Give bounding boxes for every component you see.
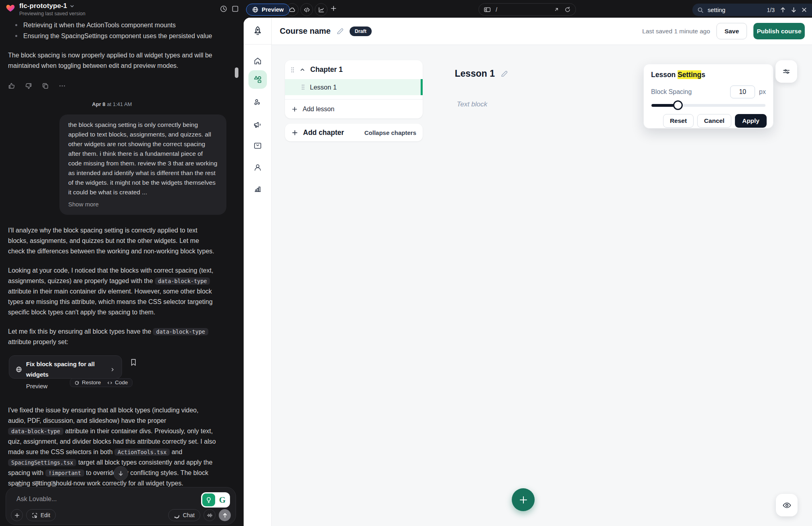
- drag-handle-icon[interactable]: [301, 84, 305, 90]
- settings-toggle-button[interactable]: [775, 60, 797, 83]
- chat-scrollbar-thumb[interactable]: [235, 67, 238, 78]
- version-card[interactable]: Fix block spacing for all widgets Previe…: [9, 355, 122, 379]
- bullet-item: Ensuring the SpacingSettings component u…: [8, 31, 216, 41]
- voice-input-button[interactable]: [204, 509, 216, 521]
- cloud-button[interactable]: [286, 3, 299, 16]
- scroll-to-bottom-button[interactable]: [114, 466, 128, 481]
- refresh-icon[interactable]: [564, 6, 571, 13]
- attach-button[interactable]: [11, 509, 23, 521]
- close-find-icon[interactable]: [801, 7, 807, 13]
- assistant-paragraph-fixed: I've fixed the issue by ensuring that al…: [8, 405, 216, 489]
- save-button[interactable]: Save: [716, 23, 747, 39]
- sidebar-item-announcements[interactable]: [248, 115, 267, 134]
- chat-bubble-icon: [174, 512, 180, 518]
- plus-icon: [330, 5, 337, 12]
- history-button[interactable]: [220, 5, 228, 13]
- add-lesson-button[interactable]: Add lesson: [285, 99, 423, 118]
- project-info[interactable]: flc-prototype-1 Previewing last saved ve…: [6, 2, 85, 16]
- search-input[interactable]: setting: [708, 6, 763, 13]
- bookmark-icon[interactable]: [130, 359, 137, 366]
- publish-course-button[interactable]: Publish course: [753, 23, 805, 39]
- edit-course-name-icon[interactable]: [336, 27, 344, 35]
- edit-lesson-name-icon[interactable]: [501, 70, 508, 77]
- add-block-fab[interactable]: [512, 488, 535, 511]
- code-view-button[interactable]: [300, 3, 313, 16]
- code-button[interactable]: Code: [107, 377, 128, 388]
- chapter-header-row[interactable]: Chapter 1: [285, 60, 423, 79]
- find-next-icon[interactable]: [790, 6, 797, 13]
- app-header: Course name Draft Last saved 1 minute ag…: [272, 18, 812, 45]
- sidebar-item-analytics[interactable]: [248, 179, 267, 198]
- reset-button[interactable]: Reset: [663, 114, 694, 128]
- lesson-title: Lesson 1: [310, 84, 337, 91]
- drag-handle-icon[interactable]: [291, 67, 295, 73]
- slider-handle[interactable]: [673, 100, 683, 110]
- grammarly-widget[interactable]: G: [201, 492, 230, 508]
- message-actions: [8, 82, 216, 90]
- apply-button[interactable]: Apply: [735, 114, 767, 128]
- search-icon: [697, 7, 704, 13]
- preview-mode-button[interactable]: Preview: [246, 4, 290, 16]
- edit-mode-button[interactable]: Edit: [26, 509, 56, 521]
- text-block-placeholder[interactable]: Text block: [457, 100, 487, 108]
- sidebar-item-people[interactable]: [248, 158, 267, 177]
- add-chapter-button[interactable]: Add chapter: [291, 128, 364, 137]
- block-spacing-slider[interactable]: [651, 100, 765, 110]
- chevron-right-icon: [110, 367, 115, 372]
- app-logo[interactable]: [244, 18, 272, 45]
- chat-composer[interactable]: Ask Lovable... G Edit Chat: [6, 487, 236, 525]
- chapter-card: Chapter 1 Lesson 1 Add lesson: [285, 60, 423, 118]
- add-lesson-label: Add lesson: [303, 106, 334, 113]
- project-name[interactable]: flc-prototype-1: [19, 2, 67, 10]
- more-options-icon[interactable]: [59, 82, 66, 90]
- chat-label: Chat: [183, 512, 195, 518]
- url-bar[interactable]: /: [478, 3, 576, 16]
- lesson-row-selected[interactable]: Lesson 1: [285, 79, 423, 95]
- preview-button-label: Preview: [262, 6, 284, 13]
- restore-button[interactable]: Restore: [74, 377, 101, 388]
- url-path[interactable]: /: [496, 6, 549, 13]
- find-previous-icon[interactable]: [779, 6, 786, 13]
- mail-icon: [253, 141, 262, 150]
- sidebar-item-community[interactable]: [248, 93, 267, 112]
- globe-icon: [16, 366, 22, 373]
- chat-mode-button[interactable]: Chat: [168, 509, 200, 521]
- course-title: Course name: [280, 27, 331, 36]
- assistant-paragraph-fix: Let me fix this by ensuring all block ty…: [8, 326, 216, 347]
- message-actions-clipped: [16, 480, 74, 487]
- analytics-button[interactable]: [315, 3, 328, 16]
- show-more-link[interactable]: Show more: [68, 200, 218, 209]
- thumbs-up-icon[interactable]: [8, 82, 15, 90]
- sidebar-item-home[interactable]: [248, 52, 267, 70]
- chapter-title: Chapter 1: [310, 65, 343, 74]
- more-options-icon[interactable]: [67, 480, 74, 487]
- block-spacing-input[interactable]: [730, 86, 755, 98]
- thumbs-down-icon[interactable]: [25, 82, 32, 90]
- copy-icon[interactable]: [42, 82, 49, 90]
- version-card-toolbar: Restore Code: [70, 378, 132, 387]
- preview-toggle-button[interactable]: [776, 494, 798, 516]
- collapse-chapters-button[interactable]: Collapse chapters: [364, 129, 416, 136]
- composer-input[interactable]: Ask Lovable...: [16, 495, 57, 503]
- user-message-text: the block spacing setting is only correc…: [68, 120, 218, 197]
- thumbs-up-icon[interactable]: [16, 480, 23, 487]
- assistant-paragraph-summary: The block spacing is now properly applie…: [8, 50, 216, 71]
- thumbs-down-icon[interactable]: [33, 480, 40, 487]
- lovable-logo-icon: [6, 3, 15, 13]
- version-card-title: Fix block spacing for all widgets: [26, 359, 106, 380]
- audio-waveform-icon: [207, 512, 213, 518]
- new-tab-button[interactable]: [330, 5, 337, 12]
- find-bar: setting 1/3: [692, 4, 812, 16]
- suggestion-bulb-icon[interactable]: [202, 493, 215, 506]
- panel-toggle-button[interactable]: [232, 5, 239, 12]
- grammarly-g-icon[interactable]: G: [216, 493, 229, 506]
- send-button[interactable]: [219, 509, 231, 521]
- sidebar-item-inbox[interactable]: [248, 137, 267, 155]
- lesson-heading: Lesson 1: [455, 68, 495, 79]
- open-external-icon[interactable]: [554, 6, 560, 12]
- copy-icon[interactable]: [50, 480, 57, 487]
- chevron-up-icon[interactable]: [299, 67, 305, 73]
- sidebar-item-courses[interactable]: [248, 70, 267, 89]
- device-toggle-icon[interactable]: [484, 6, 491, 13]
- cancel-button[interactable]: Cancel: [697, 114, 731, 128]
